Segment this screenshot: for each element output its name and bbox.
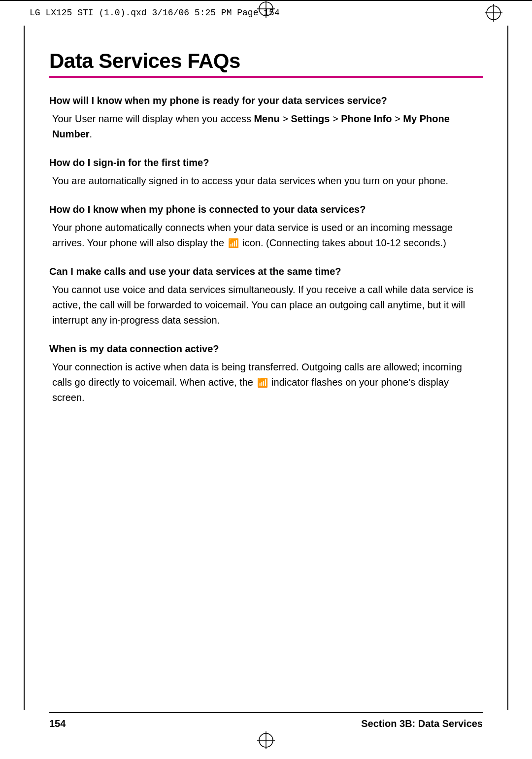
faq-answer-5: Your connection is active when data is b…: [49, 360, 483, 405]
bottom-center-reg-mark: [257, 731, 275, 749]
data-signal-icon-2: 📶: [257, 376, 268, 390]
menu-bold: Menu: [254, 113, 279, 124]
faq-section-1: How will I know when my phone is ready f…: [49, 94, 483, 142]
faq-question-5: When is my data connection active?: [49, 342, 483, 356]
faq-answer-2: You are automatically signed in to acces…: [49, 173, 483, 189]
data-signal-icon-1: 📶: [228, 237, 239, 251]
footer: 154 Section 3B: Data Services: [49, 712, 483, 729]
faq-answer-4: You cannot use voice and data services s…: [49, 282, 483, 328]
faq-question-3: How do I know when my phone is connected…: [49, 202, 483, 216]
content-area: Data Services FAQs How will I know when …: [0, 30, 532, 449]
faq-section-3: How do I know when my phone is connected…: [49, 202, 483, 251]
page-title: Data Services FAQs: [49, 49, 483, 73]
footer-section-label: Section 3B: Data Services: [361, 718, 483, 729]
right-margin-line: [507, 26, 508, 710]
faq-question-1: How will I know when my phone is ready f…: [49, 94, 483, 107]
settings-bold: Settings: [291, 113, 330, 124]
faq-section-4: Can I make calls and use your data servi…: [49, 264, 483, 328]
top-center-reg-mark: [257, 0, 275, 20]
faq-answer-1: Your User name will display when you acc…: [49, 111, 483, 142]
faq-section-5: When is my data connection active? Your …: [49, 342, 483, 405]
title-underline: [49, 76, 483, 78]
left-margin-line: [24, 26, 25, 710]
faq-section-2: How do I sign-in for the first time? You…: [49, 156, 483, 189]
faq-question-2: How do I sign-in for the first time?: [49, 156, 483, 169]
faq-question-4: Can I make calls and use your data servi…: [49, 264, 483, 278]
phone-info-bold: Phone Info: [341, 113, 392, 124]
faq-answer-3: Your phone automatically connects when y…: [49, 220, 483, 251]
footer-page-number: 154: [49, 718, 66, 729]
header-file-info: LG LX125_STI (1.0).qxd 3/16/06 5:25 PM P…: [30, 8, 280, 18]
page-container: LG LX125_STI (1.0).qxd 3/16/06 5:25 PM P…: [0, 0, 532, 759]
top-right-reg-mark: [485, 4, 502, 22]
